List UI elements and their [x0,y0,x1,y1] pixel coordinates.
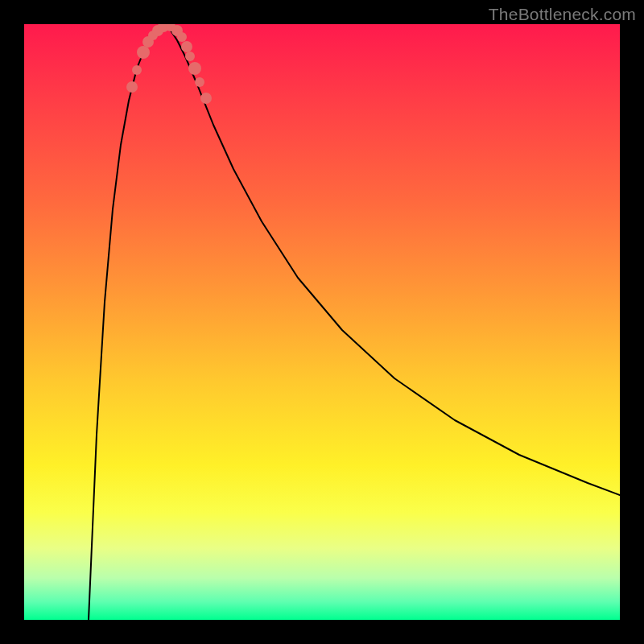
data-marker [126,81,138,93]
data-marker [137,46,150,59]
data-marker [181,41,192,52]
data-marker [185,52,195,61]
data-marker [200,93,212,104]
data-marker [195,77,204,87]
chart-frame: TheBottleneck.com [0,0,644,644]
watermark-text: TheBottleneck.com [489,5,636,24]
plot-area [24,24,620,620]
curve-svg [24,24,620,620]
data-marker [188,62,201,75]
data-marker [132,65,142,75]
left-branch-curve [89,26,165,620]
data-marker [177,32,187,42]
right-branch-curve [165,26,620,495]
